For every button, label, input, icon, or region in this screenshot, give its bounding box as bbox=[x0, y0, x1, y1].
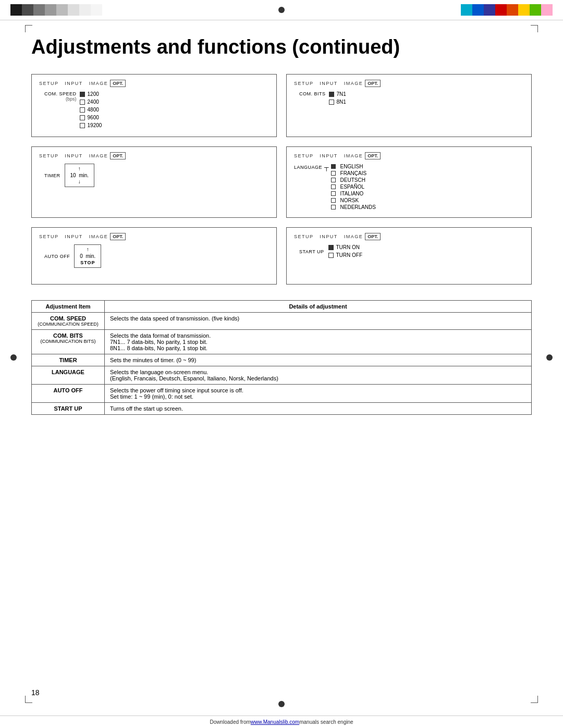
lang-item: NORSK bbox=[331, 198, 376, 203]
checkbox-filled bbox=[329, 92, 334, 97]
corner-mark-tr bbox=[531, 25, 538, 32]
panel-header-text: SETUP INPUT IMAGE bbox=[39, 153, 108, 158]
top-center-dot bbox=[278, 7, 285, 13]
item-sub: (COMMUNICATION BITS) bbox=[37, 339, 99, 344]
footer-text: Downloaded from bbox=[210, 719, 250, 725]
color-block bbox=[461, 4, 472, 16]
lang-deutsch: DEUTSCH bbox=[340, 177, 365, 183]
startup-turn-off: TURN OFF bbox=[336, 252, 363, 258]
opt-box: OPT. bbox=[110, 80, 126, 87]
panel-com-bits: SETUP INPUT IMAGE OPT. COM. BITS 7N1 8N1 bbox=[286, 74, 532, 137]
item-name: COM. BITS bbox=[53, 332, 83, 339]
checkbox-item: TURN OFF bbox=[328, 252, 363, 258]
table-row: START UP Turns off the start up screen. bbox=[32, 403, 532, 415]
checkbox-empty bbox=[329, 100, 334, 105]
timer-box: ↑ 10 min. ↓ bbox=[65, 164, 95, 187]
com-bits-text: COM. BITS bbox=[299, 91, 326, 96]
color-block bbox=[541, 4, 553, 16]
panel-header-text: SETUP INPUT IMAGE bbox=[294, 81, 363, 86]
lang-item: FRANÇAIS bbox=[331, 170, 376, 176]
checkbox-item: 19200 bbox=[80, 122, 102, 128]
item-name: TIMER bbox=[59, 357, 77, 363]
opt-box: OPT. bbox=[365, 152, 381, 159]
panel-language: SETUP INPUT IMAGE OPT. LANGUAGE ┬ ENGLIS… bbox=[286, 146, 532, 218]
adjustment-table: Adjustment Item Details of adjustment CO… bbox=[31, 300, 532, 415]
autooff-box: ↑ 0 min. STOP bbox=[74, 244, 101, 268]
checkbox-item: 1200 bbox=[80, 91, 102, 97]
item-name: AUTO OFF bbox=[53, 387, 82, 393]
table-cell-details: Selects the language on-screen menu.(Eng… bbox=[105, 366, 532, 385]
color-block bbox=[56, 4, 68, 16]
checkbox-empty bbox=[331, 191, 336, 196]
bits-7n1: 7N1 bbox=[337, 91, 346, 97]
panel-auto-off: SETUP INPUT IMAGE OPT. AUTO OFF ↑ 0 min.… bbox=[31, 227, 277, 285]
table-row: COM. SPEED (COMMUNICATION SPEED) Selects… bbox=[32, 313, 532, 330]
table-cell-details: Sets the minutes of timer. (0 ~ 99) bbox=[105, 354, 532, 366]
table-header-item: Adjustment Item bbox=[32, 301, 105, 313]
language-list: ENGLISH FRANÇAIS DEUTSCH ESPAÑOL bbox=[331, 164, 376, 210]
right-margin-dot bbox=[546, 354, 553, 361]
autooff-label: AUTO OFF bbox=[44, 254, 70, 259]
lang-italiano: ITALIANO bbox=[340, 191, 364, 196]
color-block bbox=[484, 4, 495, 16]
checkbox-item: 8N1 bbox=[329, 99, 346, 105]
lang-item: ITALIANO bbox=[331, 191, 376, 196]
table-cell-details: Selects the data speed of transmission. … bbox=[105, 313, 532, 330]
color-block bbox=[518, 4, 530, 16]
lang-nederlands: NEDERLANDS bbox=[340, 204, 376, 210]
color-block bbox=[530, 4, 541, 16]
checkbox-filled bbox=[328, 245, 334, 250]
table-header-details: Details of adjustment bbox=[105, 301, 532, 313]
checkbox-item: TURN ON bbox=[328, 244, 363, 250]
table-cell-item: COM. BITS (COMMUNICATION BITS) bbox=[32, 330, 105, 354]
startup-area: START UP TURN ON TURN OFF bbox=[294, 244, 524, 259]
lang-espanol: ESPAÑOL bbox=[340, 184, 365, 190]
panel-header-text: SETUP INPUT IMAGE bbox=[294, 153, 363, 158]
speed-19200: 19200 bbox=[88, 122, 102, 128]
checkbox-empty bbox=[331, 205, 336, 209]
table-cell-item: START UP bbox=[32, 403, 105, 415]
arrow-up-icon: ↑ bbox=[87, 247, 89, 252]
corner-mark-bl bbox=[25, 696, 32, 703]
startup-label: START UP bbox=[299, 249, 324, 254]
item-sub: (COMMUNICATION SPEED) bbox=[37, 322, 99, 327]
panel-header-text: SETUP INPUT IMAGE bbox=[294, 234, 363, 239]
com-speed-area: COM. SPEED (bps) 1200 2400 4800 bbox=[39, 91, 269, 129]
bits-8n1: 8N1 bbox=[337, 99, 346, 105]
checkbox-empty bbox=[331, 184, 336, 189]
color-block bbox=[33, 4, 45, 16]
checkbox-empty bbox=[80, 107, 85, 113]
checkbox-empty bbox=[80, 115, 85, 120]
bps-label: (bps) bbox=[66, 96, 77, 102]
table-row: COM. BITS (COMMUNICATION BITS) Selects t… bbox=[32, 330, 532, 354]
panel-com-speed: SETUP INPUT IMAGE OPT. COM. SPEED (bps) … bbox=[31, 74, 277, 137]
table-cell-item: LANGUAGE bbox=[32, 366, 105, 385]
arrow-up-icon: ↑ bbox=[78, 166, 81, 171]
autooff-area: AUTO OFF ↑ 0 min. STOP bbox=[39, 244, 269, 268]
lang-item: ESPAÑOL bbox=[331, 184, 376, 190]
panel-header-text: SETUP INPUT IMAGE bbox=[39, 81, 108, 86]
com-speed-values: 1200 2400 4800 9600 bbox=[80, 91, 102, 129]
page-content: Adjustments and functions (continued) SE… bbox=[0, 20, 563, 425]
color-block bbox=[472, 4, 484, 16]
color-block bbox=[79, 4, 91, 16]
footer-suffix: manuals search engine bbox=[299, 719, 353, 725]
startup-values: TURN ON TURN OFF bbox=[328, 244, 363, 259]
com-bits-values: 7N1 8N1 bbox=[329, 91, 346, 106]
checkbox-empty bbox=[331, 178, 336, 182]
top-bar bbox=[0, 0, 563, 20]
checkbox-empty bbox=[331, 198, 336, 203]
com-bits-label: COM. BITS bbox=[299, 91, 326, 96]
footer-link[interactable]: www.Manualslib.com bbox=[251, 719, 299, 725]
panel-timer: SETUP INPUT IMAGE OPT. TIMER ↑ 10 min. ↓ bbox=[31, 146, 277, 218]
color-block bbox=[91, 4, 102, 16]
timer-label: TIMER bbox=[44, 173, 60, 178]
checkbox-empty bbox=[328, 253, 334, 258]
com-bits-area: COM. BITS 7N1 8N1 bbox=[294, 91, 524, 106]
speed-2400: 2400 bbox=[88, 99, 99, 105]
checkbox-empty bbox=[331, 171, 336, 176]
color-block bbox=[495, 4, 507, 16]
item-name: START UP bbox=[54, 405, 82, 412]
color-block bbox=[45, 4, 56, 16]
page-title: Adjustments and functions (continued) bbox=[31, 36, 532, 58]
